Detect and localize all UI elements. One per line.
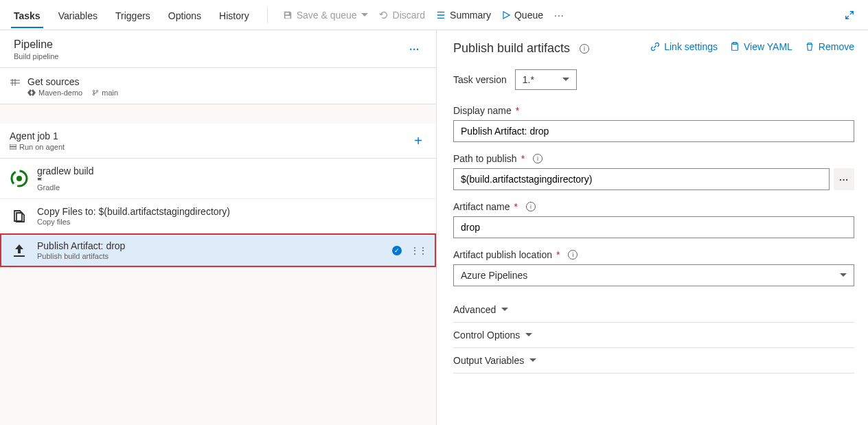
toolbar-separator [267,8,268,23]
svg-rect-3 [10,144,16,146]
task-title: Copy Files to: $(build.artifactstagingdi… [37,206,426,217]
chevron-down-icon [361,13,368,17]
task-gradle[interactable]: gradlew build Gradle [0,159,436,199]
repo-icon [27,89,36,96]
section-advanced[interactable]: Advanced [453,297,854,323]
info-icon[interactable]: i [568,250,578,260]
sources-repo: Maven-demo [38,89,82,97]
queue-button[interactable]: Queue [496,5,549,25]
tab-variables[interactable]: Variables [50,3,106,27]
task-subtitle: Gradle [37,183,60,192]
task-version-value: 1.* [523,74,534,85]
task-version-select[interactable]: 1.* [515,69,577,90]
link-settings-button[interactable]: Link settings [650,41,718,52]
link-icon [650,42,660,51]
section-label: Control Options [453,330,520,341]
flag-icon [37,177,43,183]
required-indicator: * [521,153,525,164]
svg-point-0 [93,90,95,92]
task-subtitle: Copy files [37,218,426,226]
tab-history[interactable]: History [211,3,258,27]
info-icon[interactable]: i [526,202,536,211]
required-indicator: * [514,201,517,212]
save-icon [283,10,293,20]
agent-job-title: Agent job 1 [10,130,65,141]
remove-label: Remove [819,41,854,52]
upload-icon [10,241,29,260]
task-publish-artifact[interactable]: Publish Artifact: drop Publish build art… [0,233,436,268]
tab-triggers[interactable]: Triggers [107,3,159,27]
path-browse-button[interactable]: ··· [834,168,854,190]
save-queue-button[interactable]: Save & queue [277,5,374,25]
publish-location-value: Azure Pipelines [461,270,527,281]
publish-location-select[interactable]: Azure Pipelines [453,264,854,286]
list-icon [436,10,446,20]
branch-icon [92,89,99,96]
task-copy-files[interactable]: Copy Files to: $(build.artifactstagingdi… [0,199,436,233]
summary-button[interactable]: Summary [431,5,496,25]
path-input[interactable] [453,168,830,190]
task-status-ok-icon: ✓ [392,246,402,255]
clipboard-icon [730,42,740,51]
section-label: Advanced [453,304,496,315]
get-sources-row[interactable]: Get sources Maven-demo main [0,68,436,104]
trash-icon [805,42,814,51]
detail-title: Publish build artifacts [453,41,570,56]
agent-job-subtitle: Run on agent [19,143,65,151]
remove-button[interactable]: Remove [805,41,854,52]
path-label: Path to publish [453,153,517,164]
svg-point-1 [97,90,99,92]
sources-icon [10,78,21,87]
task-title: Publish Artifact: drop [37,240,384,251]
section-label: Output Variables [453,355,524,366]
pipeline-more-button[interactable]: ··· [407,41,422,58]
svg-rect-4 [10,147,16,149]
info-icon[interactable]: i [533,154,542,163]
display-name-label: Display name [453,105,512,116]
sources-branch: main [102,89,118,97]
chevron-down-icon [562,78,569,82]
undo-icon [379,10,389,20]
pipeline-title: Pipeline [14,38,58,51]
discard-label: Discard [393,10,425,21]
summary-label: Summary [450,10,491,21]
artifact-name-label: Artifact name [453,201,510,212]
task-title: gradlew build [37,165,426,176]
chevron-down-icon [840,273,847,277]
task-version-label: Task version [453,74,507,85]
discard-button[interactable]: Discard [374,5,431,25]
agent-job-row[interactable]: Agent job 1 Run on agent + [0,124,436,159]
add-task-button[interactable]: + [410,133,426,149]
required-indicator: * [556,249,560,260]
required-indicator: * [516,105,519,116]
tab-tasks[interactable]: Tasks [5,3,49,27]
section-output-variables[interactable]: Output Variables [453,348,854,374]
svg-point-6 [16,176,22,181]
gradle-icon [10,169,29,188]
chevron-down-icon [501,308,508,312]
artifact-name-input[interactable] [453,216,854,238]
section-control-options[interactable]: Control Options [453,323,854,348]
copy-files-icon [10,207,29,226]
play-icon [502,11,510,19]
chevron-down-icon [529,358,536,363]
expand-button[interactable] [841,6,858,24]
toolbar-more-button[interactable]: ··· [549,5,570,25]
chevron-down-icon [525,333,532,337]
spacer [0,104,436,124]
sources-title: Get sources [27,76,118,87]
server-icon [10,144,16,150]
view-yaml-button[interactable]: View YAML [730,41,792,52]
display-name-input[interactable] [453,120,854,142]
queue-label: Queue [514,10,543,21]
tab-options[interactable]: Options [160,3,209,27]
info-icon[interactable]: i [580,44,589,54]
pipeline-subtitle: Build pipeline [14,52,58,60]
task-subtitle: Publish build artifacts [37,252,384,260]
expand-icon [845,10,854,20]
pipeline-header[interactable]: Pipeline Build pipeline ··· [0,30,436,68]
view-yaml-label: View YAML [744,41,792,52]
publish-location-label: Artifact publish location [453,249,552,260]
drag-handle[interactable]: ⋮⋮ [410,245,426,256]
save-queue-label: Save & queue [297,10,357,21]
